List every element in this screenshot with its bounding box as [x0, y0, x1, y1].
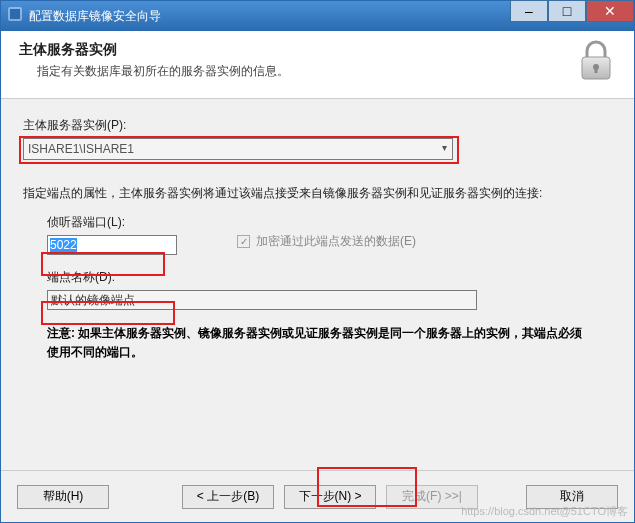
page-description: 指定有关数据库最初所在的服务器实例的信息。	[37, 63, 616, 80]
instance-combo[interactable]	[23, 138, 453, 160]
app-icon	[7, 6, 23, 26]
window-controls: – □ ✕	[510, 1, 634, 31]
watermark: https://blog.csdn.net@51CTO博客	[461, 504, 628, 519]
encrypt-checkbox-row: ✓ 加密通过此端点发送的数据(E)	[237, 233, 416, 250]
content-area: 主体服务器实例 指定有关数据库最初所在的服务器实例的信息。 主体服务器实例	[1, 31, 634, 522]
port-input[interactable]: 5022	[47, 235, 177, 255]
lock-icon	[572, 37, 620, 85]
header-area: 主体服务器实例 指定有关数据库最初所在的服务器实例的信息。	[1, 31, 634, 99]
titlebar: 配置数据库镜像安全向导 – □ ✕	[1, 1, 634, 31]
endpoint-name-input[interactable]	[47, 290, 477, 310]
page-title: 主体服务器实例	[19, 41, 616, 59]
back-button[interactable]: < 上一步(B)	[182, 485, 274, 509]
endpoint-desc: 指定端点的属性，主体服务器实例将通过该端点接受来自镜像服务器实例和见证服务器实例…	[23, 184, 612, 202]
svg-rect-4	[595, 67, 598, 73]
note-text: 注意: 如果主体服务器实例、镜像服务器实例或见证服务器实例是同一个服务器上的实例…	[47, 324, 587, 361]
svg-rect-1	[10, 9, 20, 19]
close-button[interactable]: ✕	[586, 0, 634, 22]
window-title: 配置数据库镜像安全向导	[29, 8, 161, 25]
minimize-button[interactable]: –	[510, 0, 548, 22]
encrypt-label: 加密通过此端点发送的数据(E)	[256, 233, 416, 250]
encrypt-checkbox: ✓	[237, 235, 250, 248]
endpoint-name-label: 端点名称(D):	[47, 269, 612, 286]
next-button[interactable]: 下一步(N) >	[284, 485, 376, 509]
help-button[interactable]: 帮助(H)	[17, 485, 109, 509]
wizard-window: 配置数据库镜像安全向导 – □ ✕ 主体服务器实例 指定有关数据库最初所在的服务…	[0, 0, 635, 523]
port-label: 侦听器端口(L):	[47, 214, 177, 231]
instance-label: 主体服务器实例(P):	[23, 117, 612, 134]
main-pane: 主体服务器实例(P): ▾ 指定端点的属性，主体服务器实例将通过该端点接受来自镜…	[1, 99, 634, 470]
maximize-button[interactable]: □	[548, 0, 586, 22]
